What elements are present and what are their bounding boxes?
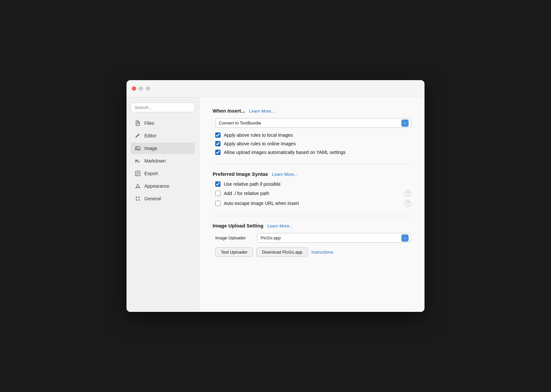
uploader-row: Image Uploader PicGo.app Custom Command … bbox=[215, 233, 411, 243]
when-insert-select[interactable]: Convert to TextBundle Copy to Assets Upl… bbox=[215, 118, 411, 128]
checkbox-relative-path-input[interactable] bbox=[215, 181, 221, 187]
instructions-link[interactable]: Instructions bbox=[311, 250, 333, 255]
search-input[interactable] bbox=[130, 103, 195, 112]
checkbox-online-images-input[interactable] bbox=[215, 141, 221, 146]
sidebar-item-appearance[interactable]: Appearance bbox=[130, 180, 195, 192]
checkbox-auto-escape: Auto escape image URL when insert ? bbox=[215, 200, 411, 207]
image-icon bbox=[134, 145, 141, 152]
svg-point-11 bbox=[138, 199, 140, 201]
markdown-icon: M↓ bbox=[134, 158, 141, 164]
general-icon bbox=[134, 195, 141, 202]
sidebar-item-markdown[interactable]: M↓ Markdown bbox=[130, 155, 195, 167]
preferred-syntax-learn-more[interactable]: Learn More... bbox=[272, 172, 298, 177]
export-icon bbox=[134, 170, 141, 177]
svg-point-8 bbox=[136, 197, 137, 198]
sidebar-item-editor[interactable]: Editor bbox=[130, 130, 195, 141]
when-insert-title: When Insert... bbox=[213, 108, 245, 114]
image-upload-learn-more[interactable]: Learn More... bbox=[267, 223, 293, 228]
when-insert-learn-more[interactable]: Learn More... bbox=[249, 109, 275, 114]
preferences-window: Files Editor bbox=[126, 80, 425, 312]
editor-icon bbox=[134, 132, 141, 139]
when-insert-header: When Insert... Learn More... bbox=[213, 108, 411, 114]
sidebar-item-export[interactable]: Export bbox=[130, 168, 195, 179]
main-panel: When Insert... Learn More... Convert to … bbox=[199, 97, 425, 312]
help-icon-auto-escape[interactable]: ? bbox=[405, 200, 411, 207]
preferred-syntax-header: Preferred Image Syntax Learn More... bbox=[213, 171, 411, 177]
files-icon bbox=[134, 120, 141, 126]
sidebar-item-image-label: Image bbox=[144, 146, 157, 151]
checkbox-yaml-settings-label: Allow upload images automatically based … bbox=[224, 150, 346, 155]
image-upload-section: Image Upload Setting Learn More... Image… bbox=[213, 223, 411, 257]
uploader-button-row: Test Uploader Download PicGo.app Instruc… bbox=[215, 247, 411, 257]
titlebar bbox=[126, 80, 425, 97]
checkbox-relative-path: Use relative path if possible bbox=[215, 181, 411, 187]
help-icon-add-dot-slash[interactable]: ? bbox=[405, 190, 411, 197]
checkbox-yaml-settings: Allow upload images automatically based … bbox=[215, 150, 411, 155]
checkbox-local-images: Apply above rules to local images bbox=[215, 132, 411, 138]
checkbox-add-dot-slash-input[interactable] bbox=[215, 191, 221, 196]
content-area: Files Editor bbox=[126, 97, 425, 312]
preferred-syntax-title: Preferred Image Syntax bbox=[213, 171, 268, 177]
sidebar-item-export-label: Export bbox=[144, 171, 158, 176]
checkbox-add-dot-slash-label: Add ./ for relative path bbox=[224, 191, 269, 196]
test-uploader-button[interactable]: Test Uploader bbox=[215, 247, 253, 257]
checkbox-auto-escape-input[interactable] bbox=[215, 201, 221, 206]
svg-point-9 bbox=[138, 197, 140, 198]
minimize-button[interactable] bbox=[139, 86, 143, 91]
image-upload-header: Image Upload Setting Learn More... bbox=[213, 223, 411, 228]
checkbox-relative-path-label: Use relative path if possible bbox=[224, 181, 280, 187]
svg-rect-4 bbox=[135, 171, 140, 176]
checkbox-yaml-settings-input[interactable] bbox=[215, 150, 221, 155]
sidebar-item-image[interactable]: Image bbox=[130, 143, 195, 154]
maximize-button[interactable] bbox=[146, 86, 150, 91]
when-insert-select-wrapper: Convert to TextBundle Copy to Assets Upl… bbox=[215, 118, 411, 128]
image-upload-title: Image Upload Setting bbox=[213, 223, 263, 228]
uploader-label: Image Uploader bbox=[215, 235, 252, 240]
sidebar-item-editor-label: Editor bbox=[144, 133, 157, 138]
download-picgo-button[interactable]: Download PicGo.app bbox=[256, 247, 308, 257]
sidebar-item-files[interactable]: Files bbox=[130, 118, 195, 129]
when-insert-checkboxes: Apply above rules to local images Apply … bbox=[213, 132, 411, 155]
preferred-syntax-checkboxes: Use relative path if possible Add ./ for… bbox=[213, 181, 411, 207]
svg-point-3 bbox=[136, 147, 137, 148]
sidebar-item-general-label: General bbox=[144, 196, 161, 201]
sidebar-item-general[interactable]: General bbox=[130, 193, 195, 204]
preferred-syntax-section: Preferred Image Syntax Learn More... Use… bbox=[213, 171, 411, 207]
appearance-icon bbox=[134, 183, 141, 189]
divider-1 bbox=[213, 164, 411, 165]
image-upload-content: Image Uploader PicGo.app Custom Command … bbox=[213, 233, 411, 257]
checkbox-local-images-input[interactable] bbox=[215, 132, 221, 138]
divider-2 bbox=[213, 216, 411, 216]
sidebar-item-markdown-label: Markdown bbox=[144, 158, 166, 164]
checkbox-add-dot-slash: Add ./ for relative path ? bbox=[215, 190, 411, 197]
checkbox-auto-escape-label: Auto escape image URL when insert bbox=[224, 201, 299, 206]
when-insert-section: When Insert... Learn More... Convert to … bbox=[213, 108, 411, 155]
svg-point-10 bbox=[136, 199, 137, 201]
traffic-lights bbox=[132, 86, 150, 91]
when-insert-dropdown-row: Convert to TextBundle Copy to Assets Upl… bbox=[213, 118, 411, 128]
checkbox-online-images: Apply above rules to online images bbox=[215, 141, 411, 146]
sidebar-item-appearance-label: Appearance bbox=[144, 183, 170, 189]
sidebar: Files Editor bbox=[126, 97, 199, 312]
checkbox-local-images-label: Apply above rules to local images bbox=[224, 132, 293, 138]
uploader-select[interactable]: PicGo.app Custom Command uPic PicGo-Core bbox=[257, 233, 411, 243]
close-button[interactable] bbox=[132, 86, 136, 91]
sidebar-item-files-label: Files bbox=[144, 121, 154, 126]
checkbox-online-images-label: Apply above rules to online images bbox=[224, 141, 296, 146]
uploader-select-wrapper: PicGo.app Custom Command uPic PicGo-Core bbox=[257, 233, 411, 243]
